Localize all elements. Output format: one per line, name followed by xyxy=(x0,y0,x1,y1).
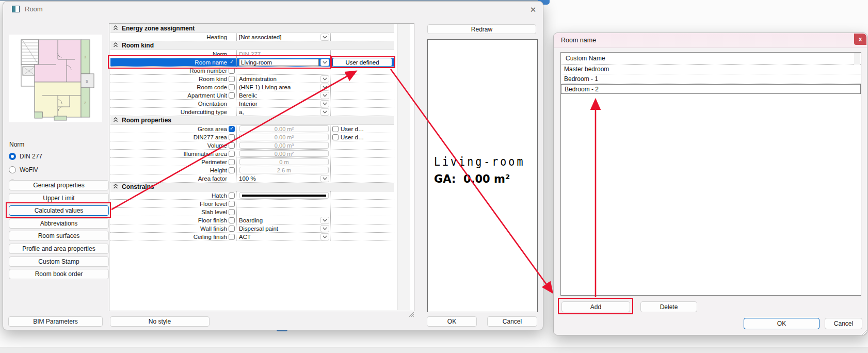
value-input[interactable]: Living-room xyxy=(239,59,319,66)
row-checkbox[interactable] xyxy=(229,151,235,157)
cancel-button[interactable]: Cancel xyxy=(825,318,862,329)
second-column xyxy=(330,108,394,116)
list-item[interactable]: Bedroom - 2 xyxy=(561,84,861,94)
checkbox-slot xyxy=(227,92,236,99)
grid-row-heating[interactable]: Heating[Not associated] xyxy=(110,33,394,41)
chevron-down-icon[interactable] xyxy=(320,225,329,232)
grid-scrollbar-track[interactable] xyxy=(397,24,410,310)
bim-parameters-button[interactable]: BIM Parameters xyxy=(8,316,103,327)
cancel-button[interactable]: Cancel xyxy=(487,316,537,327)
radio-icon[interactable] xyxy=(9,166,16,173)
grid-row-orientation[interactable]: OrientationInterior xyxy=(110,100,394,108)
grid-row-din277-area[interactable]: DIN277 area0.00 m²User d… xyxy=(110,133,394,141)
user-defined-checkbox[interactable] xyxy=(332,126,339,132)
row-checkbox[interactable] xyxy=(229,76,235,82)
window-icon xyxy=(12,6,20,12)
chevron-down-icon[interactable] xyxy=(320,217,329,224)
close-icon[interactable]: x xyxy=(854,34,866,45)
sidebar-button-general-properties[interactable]: General properties xyxy=(9,180,109,190)
hatch-swatch[interactable] xyxy=(239,192,329,199)
radio-option-din-277[interactable]: DIN 277 xyxy=(9,152,42,161)
grid-row-area-factor[interactable]: Area factor100 % xyxy=(110,174,394,183)
chevron-down-icon[interactable] xyxy=(320,100,329,107)
grid-section-header[interactable]: Constrains xyxy=(110,183,394,191)
row-label: Room kind xyxy=(110,76,227,82)
grid-section-header[interactable]: Room kind xyxy=(110,41,394,50)
grid-row-floor-level[interactable]: Floor level xyxy=(110,200,394,208)
value-text: ACT xyxy=(239,234,251,240)
sidebar-button-abbreviations[interactable]: Abbreviations xyxy=(9,218,109,229)
radio-icon[interactable] xyxy=(9,153,16,160)
room-name-titlebar[interactable]: Room name x xyxy=(554,33,867,48)
chevron-down-icon[interactable] xyxy=(320,175,329,182)
row-checkbox[interactable] xyxy=(229,142,235,149)
user-defined-checkbox[interactable] xyxy=(332,134,339,140)
ok-button[interactable]: OK xyxy=(744,318,819,329)
grid-row-gross-area[interactable]: Gross area0.00 m²User d… xyxy=(110,125,394,133)
chevron-down-icon[interactable] xyxy=(320,84,329,91)
value-cell xyxy=(236,208,330,216)
sidebar-button-room-book-order[interactable]: Room book order xyxy=(9,269,109,279)
user-defined-button[interactable]: User defined xyxy=(332,58,392,67)
room-dialog-titlebar[interactable]: Room ✕ xyxy=(3,2,543,17)
row-checkbox[interactable] xyxy=(229,159,235,165)
grid-row-height[interactable]: Height2.6 m xyxy=(110,166,394,174)
grid-section-header[interactable]: Room properties xyxy=(110,116,394,125)
row-checkbox[interactable] xyxy=(229,134,235,140)
grid-row-room-name[interactable]: Room nameLiving-roomUser defined xyxy=(110,58,394,67)
grid-row-illumination-area[interactable]: Illumination area0.00 m² xyxy=(110,150,394,158)
grid-row-perimeter[interactable]: Perimeter0 m xyxy=(110,158,394,166)
chevron-down-icon[interactable] xyxy=(320,34,329,41)
grid-row-ceiling-finish[interactable]: Ceiling finishACT xyxy=(110,233,394,241)
dialog-resize-grip-icon[interactable] xyxy=(860,329,867,335)
section-title: Energy zone assignment xyxy=(122,25,195,32)
grid-row-hatch[interactable]: Hatch xyxy=(110,191,394,200)
sidebar-button-custom-stamp[interactable]: Custom Stamp xyxy=(9,256,109,267)
chevron-down-icon[interactable] xyxy=(320,75,329,83)
grid-row-wall-finish[interactable]: Wall finishDispersal paint xyxy=(110,224,394,233)
grid-row-room-number[interactable]: Room number xyxy=(110,67,394,75)
grid-row-floor-finish[interactable]: Floor finishBoarding xyxy=(110,216,394,224)
row-checkbox[interactable] xyxy=(229,226,235,232)
grid-row-volume[interactable]: Volume0.00 m³ xyxy=(110,141,394,150)
grid-row-room-kind[interactable]: Room kindAdministration xyxy=(110,75,394,83)
ok-button[interactable]: OK xyxy=(427,316,477,327)
grid-row-room-code[interactable]: Room code(HNF 1) Living area xyxy=(110,83,394,91)
row-checkbox[interactable] xyxy=(229,201,235,207)
row-checkbox[interactable] xyxy=(229,126,235,132)
grid-resize-grip-icon[interactable] xyxy=(408,311,414,318)
row-checkbox[interactable] xyxy=(229,217,235,223)
chevron-down-icon[interactable] xyxy=(320,59,329,66)
row-checkbox[interactable] xyxy=(229,209,235,215)
sidebar-button-room-surfaces[interactable]: Room surfaces xyxy=(9,231,109,241)
value-box: 0 m xyxy=(239,158,329,165)
row-checkbox[interactable] xyxy=(229,68,235,74)
row-checkbox[interactable] xyxy=(229,92,235,99)
chevron-down-icon[interactable] xyxy=(320,108,329,116)
grid-row-undercutting-type[interactable]: Undercutting typea, xyxy=(110,108,394,116)
row-checkbox[interactable] xyxy=(229,167,235,173)
row-checkbox[interactable] xyxy=(229,234,235,240)
row-checkbox[interactable] xyxy=(229,84,235,90)
close-icon[interactable]: ✕ xyxy=(524,4,542,16)
add-button[interactable]: Add xyxy=(561,301,630,312)
no-style-button[interactable]: No style xyxy=(110,316,210,327)
radio-option-woflv[interactable]: WoFlV xyxy=(9,166,38,174)
redraw-button[interactable]: Redraw xyxy=(427,24,536,34)
chevron-down-icon[interactable] xyxy=(320,92,329,99)
sidebar-button-profile-and-area-properties[interactable]: Profile and area properties xyxy=(9,244,109,254)
chevron-down-icon[interactable] xyxy=(320,233,329,240)
list-scrollbar-track[interactable] xyxy=(854,53,860,65)
sidebar-button-calculated-values[interactable]: Calculated values xyxy=(9,205,109,216)
grid-row-norm[interactable]: NormDIN 277 xyxy=(110,50,394,58)
list-item[interactable]: Master bedroom xyxy=(561,65,861,74)
row-checkbox[interactable] xyxy=(229,192,235,199)
row-checkbox[interactable] xyxy=(229,59,235,66)
list-item[interactable]: Bedroom - 1 xyxy=(561,74,861,84)
delete-button[interactable]: Delete xyxy=(640,301,697,312)
value-cell: 0.00 m³ xyxy=(236,141,330,149)
grid-row-slab-level[interactable]: Slab level xyxy=(110,208,394,216)
grid-section-header[interactable]: Energy zone assignment xyxy=(110,24,394,33)
grid-row-apartment-unit[interactable]: Apartment UnitBereik: xyxy=(110,91,394,100)
sidebar-button-upper-limit[interactable]: Upper Limit xyxy=(9,193,109,203)
